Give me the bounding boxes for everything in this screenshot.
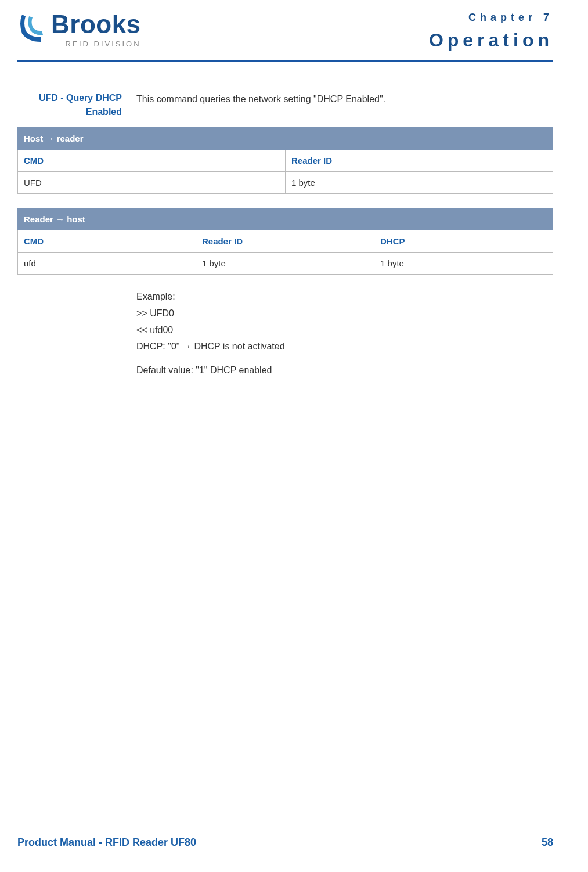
- host-reader-table: Host → reader CMD Reader ID UFD 1 byte: [17, 127, 553, 194]
- section-side-label: UFD - Query DHCP Enabled: [17, 91, 122, 119]
- table2-head-cmd: CMD: [18, 230, 196, 253]
- footer-title: Product Manual - RFID Reader UF80: [17, 837, 196, 849]
- chapter-title: Operation: [429, 30, 553, 51]
- example-line1: Example:: [136, 289, 553, 305]
- example-line3: << ufd00: [136, 322, 553, 339]
- table1-cell-cmd: UFD: [18, 172, 286, 194]
- page-header: Brooks RFID DIVISION Chapter 7 Operation: [17, 12, 553, 57]
- logo-brand-text: Brooks: [51, 12, 141, 37]
- header-rule: [17, 60, 553, 62]
- logo-subtext: RFID DIVISION: [51, 39, 141, 48]
- example-block: Example: >> UFD0 << ufd00 DHCP: "0" → DH…: [136, 289, 553, 355]
- table1-cell-readerid: 1 byte: [286, 172, 553, 194]
- brooks-icon: [17, 12, 46, 44]
- table2-cell-cmd: ufd: [18, 253, 196, 275]
- brand-logo: Brooks RFID DIVISION: [17, 12, 141, 48]
- page-footer: Product Manual - RFID Reader UF80 58: [17, 837, 553, 849]
- table2-cell-readerid: 1 byte: [196, 253, 374, 275]
- table1-title: Host → reader: [18, 128, 553, 150]
- example-line2: >> UFD0: [136, 305, 553, 322]
- table1-head-readerid: Reader ID: [286, 150, 553, 172]
- table2-head-readerid: Reader ID: [196, 230, 374, 253]
- default-value: Default value: "1" DHCP enabled: [136, 362, 553, 379]
- table2-title: Reader → host: [18, 208, 553, 230]
- footer-page-number: 58: [542, 837, 553, 849]
- example-line4: DHCP: "0" → DHCP is not activated: [136, 338, 553, 355]
- section-intro: This command queries the network setting…: [136, 91, 553, 119]
- table2-cell-dhcp: 1 byte: [374, 253, 553, 275]
- chapter-label: Chapter 7: [429, 12, 553, 24]
- reader-host-table: Reader → host CMD Reader ID DHCP ufd 1 b…: [17, 208, 553, 275]
- table2-head-dhcp: DHCP: [374, 230, 553, 253]
- table1-head-cmd: CMD: [18, 150, 286, 172]
